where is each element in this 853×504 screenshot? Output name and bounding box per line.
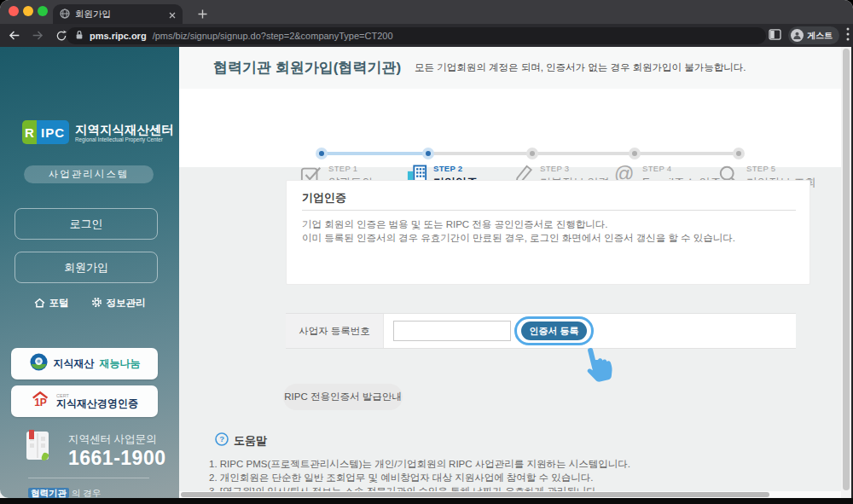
- sidebar: R IPC 지역지식재산센터 Regional Intellectual Pro…: [0, 47, 179, 498]
- url-path: /pms/biz/signup/signup.do?step=2&company…: [153, 31, 393, 41]
- portal-link[interactable]: 포털: [34, 297, 69, 310]
- guest-avatar-icon: [791, 29, 804, 42]
- vertical-scrollbar[interactable]: [841, 47, 851, 498]
- section-desc-1: 기업 회원의 인증은 범용 및 또는 RIPC 전용 공인인증서로 진행합니다.: [302, 218, 607, 231]
- home-icon: [34, 298, 45, 310]
- contact-phone: 1661-1900: [68, 447, 166, 470]
- back-icon[interactable]: [3, 27, 24, 44]
- section-title: 기업인증: [302, 190, 346, 206]
- system-badge: 사업관리시스템: [24, 165, 154, 183]
- page-header: 협력기관 회원가입(협력기관) 모든 기업회원의 계정은 되며, 인증서가 없는…: [179, 47, 853, 89]
- step-dot-1: [316, 148, 328, 159]
- login-button[interactable]: 로그인: [15, 208, 158, 240]
- section-divider: [302, 210, 796, 211]
- globe-icon: [60, 7, 70, 22]
- vertical-scrollbar-thumb[interactable]: [843, 49, 850, 490]
- close-window-button[interactable]: [9, 6, 19, 16]
- url-bar[interactable]: pms.ripc.org/pms/biz/signup/signup.do?st…: [67, 27, 766, 44]
- page-title: 협력기관 회원가입(협력기관): [213, 58, 401, 78]
- partner-badge: 협력기관: [28, 488, 69, 498]
- forward-icon[interactable]: [27, 27, 48, 44]
- talent-sharing-icon: [29, 352, 49, 375]
- ip-cert-icon: 1P: [31, 391, 51, 412]
- browser-tab[interactable]: 회원가입: [53, 4, 183, 24]
- section-desc-2: 이미 등록된 인증서의 경우 유효기간이 만료된 경우, 로그인 화면에서 인증…: [302, 232, 735, 245]
- gear-icon: [91, 297, 102, 310]
- minimize-window-button[interactable]: [23, 6, 33, 16]
- side-panel-icon[interactable]: [769, 28, 781, 43]
- signup-button[interactable]: 회원가입: [15, 252, 158, 283]
- main-content: 협력기관 회원가입(협력기관) 모든 기업회원의 계정은 되며, 인증서가 없는…: [179, 47, 853, 498]
- sidebar-divider: [28, 478, 149, 478]
- business-number-row: 사업자 등록번호 인증서 등록: [286, 313, 796, 349]
- horizontal-scrollbar-thumb[interactable]: [181, 492, 769, 497]
- company-auth-card: 기업인증 기업 회원의 인증은 범용 및 또는 RIPC 전용 공인인증서로 진…: [286, 180, 810, 285]
- business-number-input[interactable]: [393, 321, 511, 341]
- step-dot-5: [733, 148, 745, 159]
- close-tab-icon[interactable]: [169, 7, 176, 22]
- talent-sharing-banner[interactable]: 지식재산재능나눔: [11, 348, 158, 379]
- progress-fill: [322, 152, 428, 155]
- info-management-link[interactable]: 정보관리: [91, 297, 146, 310]
- help-item-1: 1. RIPC PMS(프로젝트관리시스템)는 개인/기업회원의 RIPC 사업…: [209, 457, 630, 471]
- ripc-logo-icon: R IPC: [22, 120, 69, 144]
- step-indicator: STEP 1약관동의 STEP 2기업인증 STEP 3기본정보 입력 @ ST…: [179, 89, 841, 167]
- menu-dots-icon[interactable]: [846, 27, 850, 44]
- contact-book-phone-icon: [24, 428, 55, 467]
- ripc-logo[interactable]: R IPC 지역지식재산센터 Regional Intellectual Pro…: [22, 120, 174, 144]
- new-tab-button[interactable]: [193, 5, 212, 22]
- business-number-label: 사업자 등록번호: [286, 314, 384, 348]
- lock-icon: [75, 28, 84, 43]
- step-dot-3: [526, 148, 538, 159]
- help-item-2: 2. 개인회원은 단순한 일반 조회업무 및 예비창업자 대상 지원사업에 참여…: [209, 471, 630, 484]
- logo-name: 지역지식재산센터: [75, 123, 174, 136]
- help-icon: ?: [215, 432, 229, 449]
- profile-button[interactable]: 게스트: [788, 26, 839, 44]
- browser-window: 회원가입 pms.ripc.org/pms/biz/signup/signup.…: [0, 0, 853, 504]
- browser-titlebar: 회원가입: [0, 0, 853, 24]
- step-dot-4: [629, 148, 641, 159]
- svg-text:?: ?: [219, 434, 224, 443]
- url-host: pms.ripc.org: [90, 31, 147, 41]
- browser-toolbar: pms.ripc.org/pms/biz/signup/signup.do?st…: [0, 24, 853, 47]
- window-bottom-edge: [0, 498, 853, 504]
- page-subtitle: 모든 기업회원의 계정은 되며, 인증서가 없는 경우 회원가입이 불가능합니다…: [415, 61, 746, 74]
- step-dot-2: [422, 148, 434, 159]
- horizontal-scrollbar[interactable]: [179, 491, 841, 498]
- tab-title: 회원가입: [75, 9, 164, 20]
- cursor-highlight-ring: [514, 316, 594, 345]
- fullscreen-window-button[interactable]: [38, 6, 48, 16]
- help-title: 도움말: [234, 433, 267, 449]
- svg-text:1P: 1P: [34, 397, 47, 408]
- ripc-certificate-guide-button[interactable]: RIPC 전용인증서 발급안내: [283, 384, 403, 410]
- ip-cert-banner[interactable]: 1P CERT 지식재산경영인증: [11, 385, 158, 417]
- contact-label: 지역센터 사업문의: [68, 432, 166, 447]
- guest-label: 게스트: [807, 30, 833, 42]
- logo-name-en: Regional Intellectual Property Center: [75, 136, 174, 142]
- hand-cursor-icon: [578, 344, 614, 386]
